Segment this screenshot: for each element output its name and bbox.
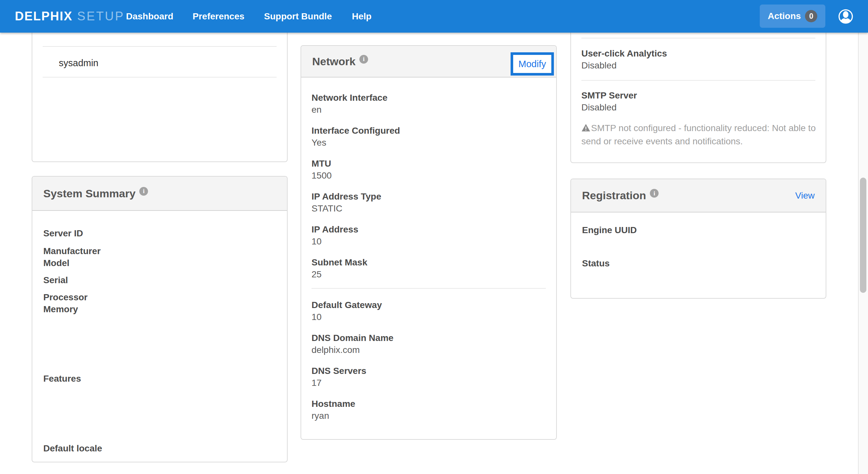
system-summary-card: System Summary i Server ID Manufacturer …: [32, 176, 288, 462]
field-label: Hostname: [312, 398, 546, 410]
field-label: SMTP Server: [581, 90, 815, 101]
field-value: Disabled: [581, 101, 815, 113]
delphix-setup-logo: DELPHIX SETUP: [15, 0, 124, 33]
field-label: User-click Analytics: [581, 47, 815, 59]
registration-view-link[interactable]: View: [795, 191, 815, 201]
field-label-status: Status: [582, 257, 610, 269]
field-value: 10: [312, 235, 546, 247]
field-value: STATIC: [312, 202, 546, 214]
network-field: MTU 1500: [312, 158, 546, 181]
actions-count-badge: 0: [805, 10, 817, 22]
user-row-sysadmin[interactable]: sysadmin: [59, 57, 99, 69]
network-field: Hostname ryan: [312, 398, 546, 422]
field-value: ryan: [312, 410, 546, 422]
warning-icon: [581, 123, 590, 135]
field-label-model: Model: [43, 257, 69, 269]
field-label-manufacturer: Manufacturer: [43, 245, 100, 257]
scrollbar-thumb[interactable]: [860, 178, 866, 293]
network-field: DNS Domain Name delphix.com: [312, 332, 546, 356]
network-field: IP Address Type STATIC: [312, 191, 546, 214]
brand-secondary: SETUP: [77, 9, 125, 23]
field-label: Subnet Mask: [312, 257, 546, 268]
status-field: User-click Analytics Disabled: [581, 47, 815, 71]
field-label: DNS Domain Name: [312, 332, 546, 344]
network-field: Subnet Mask 25: [312, 257, 546, 280]
divider: [581, 80, 815, 81]
field-value: en: [312, 104, 546, 115]
field-value: 25: [312, 268, 546, 280]
network-field: Default Gateway 10: [312, 299, 546, 323]
actions-button[interactable]: Actions 0: [760, 4, 825, 28]
field-label: Default Gateway: [312, 299, 546, 311]
divider: [43, 46, 277, 47]
delphix-setup-dashboard: DELPHIX SETUP Dashboard Preferences Supp…: [0, 0, 868, 474]
divider: [581, 38, 815, 38]
network-field: IP Address 10: [312, 224, 546, 247]
field-label-server-id: Server ID: [43, 227, 83, 239]
field-label-features: Features: [43, 373, 81, 384]
network-modify-button[interactable]: Modify: [510, 52, 554, 75]
info-icon[interactable]: i: [139, 187, 148, 196]
field-value: Yes: [312, 137, 546, 148]
network-title: Network: [312, 55, 355, 68]
actions-button-label: Actions: [768, 11, 801, 21]
system-summary-title: System Summary: [43, 187, 135, 200]
nav-item-help[interactable]: Help: [352, 0, 372, 33]
nav-item-support-bundle[interactable]: Support Bundle: [264, 0, 332, 33]
top-nav-bar: DELPHIX SETUP Dashboard Preferences Supp…: [0, 0, 868, 33]
info-icon[interactable]: i: [650, 189, 659, 198]
network-card: Network i Modify Network Interface en In…: [301, 45, 557, 440]
divider: [312, 288, 546, 289]
registration-header: Registration i View: [571, 179, 826, 212]
nav-item-dashboard[interactable]: Dashboard: [126, 0, 173, 33]
users-card: sysadmin: [32, 28, 288, 162]
field-label: DNS Servers: [312, 365, 546, 377]
field-label: MTU: [312, 158, 546, 170]
divider: [43, 77, 277, 77]
status-field: SMTP Server Disabled: [581, 90, 815, 113]
field-label-serial: Serial: [43, 274, 68, 286]
smtp-warning-text: SMTP not configured - functionality redu…: [581, 122, 817, 147]
field-label: IP Address Type: [312, 191, 546, 202]
network-field: Network Interface en: [312, 92, 546, 115]
network-field: DNS Servers 17: [312, 365, 546, 389]
status-card: User-click Analytics Disabled SMTP Serve…: [570, 28, 826, 163]
field-value: 1500: [312, 170, 546, 181]
field-label: IP Address: [312, 224, 546, 235]
field-label-engine-uuid: Engine UUID: [582, 224, 637, 236]
network-field: Interface Configured Yes: [312, 125, 546, 148]
field-label-default-locale: Default locale: [43, 442, 102, 454]
brand-primary: DELPHIX: [15, 9, 73, 23]
field-value: 17: [312, 377, 546, 389]
system-summary-header: System Summary i: [32, 177, 287, 211]
field-value: 10: [312, 311, 546, 323]
registration-title: Registration: [582, 189, 646, 202]
field-value: delphix.com: [312, 344, 546, 356]
info-icon[interactable]: i: [359, 55, 368, 64]
user-avatar-icon[interactable]: [838, 9, 853, 24]
field-value: Disabled: [581, 59, 815, 71]
nav-item-preferences[interactable]: Preferences: [193, 0, 244, 33]
field-label-processor: Processor: [43, 291, 88, 303]
field-label: Network Interface: [312, 92, 546, 104]
scrollbar-track[interactable]: [858, 33, 868, 474]
field-label: Interface Configured: [312, 125, 546, 137]
warning-message: SMTP not configured - functionality redu…: [581, 123, 816, 146]
field-label-memory: Memory: [43, 303, 78, 315]
registration-card: Registration i View Engine UUID Status: [570, 178, 826, 299]
